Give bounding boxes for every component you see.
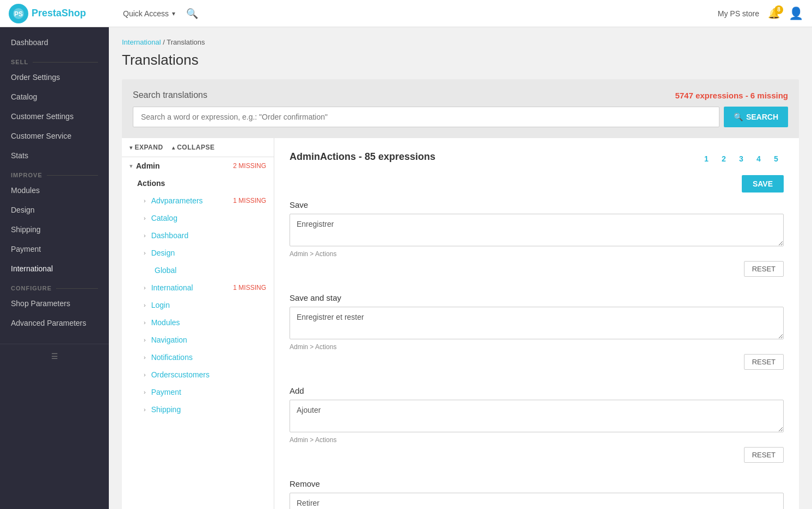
- tree-node-payment[interactable]: › Payment: [122, 383, 274, 401]
- tree-node-orderscustomers[interactable]: › Orderscustomers: [122, 366, 274, 383]
- sidebar-item-design[interactable]: Design: [0, 200, 109, 220]
- user-icon: 👤: [789, 7, 803, 20]
- chevron-right-icon: ›: [144, 406, 146, 413]
- logo-area: PS PrestaShop: [9, 4, 118, 23]
- sidebar-item-shop-parameters[interactable]: Shop Parameters: [0, 294, 109, 313]
- section-title: AdminActions - 85 expressions: [290, 151, 435, 163]
- tree-node-admin-root[interactable]: ▾ Admin 2 MISSING: [122, 157, 274, 175]
- translation-input-2[interactable]: Ajouter: [290, 400, 784, 432]
- root-missing-badge: 2 MISSING: [233, 162, 266, 170]
- tree-item-label: International: [151, 283, 193, 292]
- reset-button-2[interactable]: RESET: [744, 447, 784, 463]
- search-title: Search translations: [133, 90, 207, 100]
- tree-item-label: Advparameters: [151, 196, 203, 205]
- expressions-count: 5747 expressions - 6 missing: [675, 91, 788, 100]
- translation-items: Save Enregistrer Admin > Actions RESET S…: [290, 200, 784, 509]
- chevron-right-icon: ›: [144, 354, 146, 361]
- tree-node-actions[interactable]: Actions: [122, 175, 274, 192]
- breadcrumb-current: Translations: [167, 38, 205, 46]
- sidebar-item-advanced-parameters[interactable]: Advanced Parameters: [0, 313, 109, 333]
- chevron-right-icon: ›: [144, 319, 146, 326]
- sidebar-collapse-button[interactable]: ☰: [0, 344, 109, 368]
- chevron-right-icon: ›: [144, 389, 146, 395]
- tree-node-international[interactable]: › International 1 MISSING: [122, 279, 274, 296]
- translation-label: Remove: [290, 479, 784, 488]
- translation-path: Admin > Actions: [290, 343, 784, 351]
- sidebar-item-dashboard[interactable]: Dashboard: [0, 33, 109, 52]
- sidebar-item-international[interactable]: International: [0, 259, 109, 278]
- page-btn-4[interactable]: 4: [751, 151, 766, 166]
- translation-input-1[interactable]: Enregistrer et rester: [290, 307, 784, 339]
- tree-item-label: Payment: [151, 388, 181, 396]
- quick-access-button[interactable]: Quick Access ▾: [118, 6, 181, 21]
- notifications-button[interactable]: 🔔 8: [768, 8, 780, 20]
- sidebar-item-shipping[interactable]: Shipping: [0, 220, 109, 239]
- tree-items-container: › Advparameters 1 MISSING › Catalog › Da…: [122, 192, 274, 418]
- tree-node-notifications[interactable]: › Notifications: [122, 349, 274, 366]
- translation-input-0[interactable]: Enregistrer: [290, 214, 784, 246]
- page-btn-5[interactable]: 5: [768, 151, 784, 166]
- sidebar-section-sell: SELL: [0, 52, 109, 67]
- page-btn-2[interactable]: 2: [716, 151, 731, 166]
- search-button[interactable]: 🔍 SEARCH: [724, 107, 788, 127]
- tree-node-modules[interactable]: › Modules: [122, 314, 274, 331]
- translation-path: Admin > Actions: [290, 436, 784, 444]
- main-layout: Dashboard SELL Order Settings Catalog Cu…: [0, 27, 812, 509]
- tree-item-label: Login: [151, 301, 170, 309]
- chevron-right-icon: ›: [144, 284, 146, 291]
- tree-node-advparameters[interactable]: › Advparameters 1 MISSING: [122, 192, 274, 209]
- tree-node-login[interactable]: › Login: [122, 296, 274, 314]
- sidebar-item-customer-service[interactable]: Customer Service: [0, 126, 109, 146]
- chevron-right-icon: ›: [144, 337, 146, 343]
- user-menu-button[interactable]: 👤: [789, 7, 803, 21]
- right-panel-header: AdminActions - 85 expressions 12345: [290, 151, 784, 166]
- sidebar-item-customer-settings[interactable]: Customer Settings: [0, 107, 109, 126]
- tree-node-design[interactable]: › Design: [122, 244, 274, 262]
- tree-node-shipping[interactable]: › Shipping: [122, 401, 274, 418]
- sidebar-item-catalog[interactable]: Catalog: [0, 87, 109, 107]
- missing-badge: 1 MISSING: [233, 197, 266, 204]
- search-input[interactable]: [133, 107, 719, 127]
- chevron-right-icon: ›: [144, 302, 146, 308]
- chevron-right-icon: ›: [144, 232, 146, 239]
- search-icon: 🔍: [186, 8, 198, 19]
- tree-item-label: Modules: [151, 318, 180, 327]
- translation-label: Save: [290, 200, 784, 209]
- sidebar-item-order-settings[interactable]: Order Settings: [0, 67, 109, 87]
- save-all-button[interactable]: SAVE: [742, 175, 784, 193]
- tree-node-dashboard[interactable]: › Dashboard: [122, 227, 274, 244]
- reset-button-0[interactable]: RESET: [744, 261, 784, 277]
- top-nav: PS PrestaShop Quick Access ▾ 🔍 My PS sto…: [0, 0, 812, 27]
- translation-input-3[interactable]: Retirer: [290, 493, 784, 509]
- tree-panel: ▾ EXPAND ▴ COLLAPSE ▾ Admin 2 MISSING: [122, 138, 274, 509]
- tree-node-global[interactable]: Global: [122, 262, 274, 279]
- chevron-up-icon: ▴: [172, 145, 175, 151]
- reset-button-1[interactable]: RESET: [744, 354, 784, 370]
- collapse-label: COLLAPSE: [177, 144, 214, 151]
- page-btn-1[interactable]: 1: [699, 151, 714, 166]
- tree-toolbar: ▾ EXPAND ▴ COLLAPSE: [122, 138, 274, 157]
- pagination: 12345: [699, 151, 784, 166]
- sidebar: Dashboard SELL Order Settings Catalog Cu…: [0, 27, 109, 509]
- sidebar-section-improve: IMPROVE: [0, 165, 109, 181]
- sidebar-item-modules[interactable]: Modules: [0, 181, 109, 200]
- tree-node-navigation[interactable]: › Navigation: [122, 331, 274, 349]
- collapse-button[interactable]: ▴ COLLAPSE: [172, 144, 215, 151]
- missing-count: 6 missing: [751, 91, 788, 100]
- tree-item-label: Orderscustomers: [151, 370, 210, 379]
- sidebar-item-stats[interactable]: Stats: [0, 146, 109, 165]
- expand-button[interactable]: ▾ EXPAND: [130, 144, 163, 151]
- tree-item-label: Dashboard: [151, 231, 189, 240]
- expand-label: EXPAND: [135, 144, 163, 151]
- global-search-button[interactable]: 🔍: [183, 4, 201, 23]
- logo-text: PrestaShop: [32, 8, 86, 19]
- quick-access-label: Quick Access: [123, 9, 169, 18]
- chevron-right-icon: ›: [144, 197, 146, 204]
- sidebar-item-payment[interactable]: Payment: [0, 239, 109, 259]
- tree-node-catalog[interactable]: › Catalog: [122, 209, 274, 227]
- hamburger-icon: ☰: [51, 352, 58, 361]
- page-btn-3[interactable]: 3: [734, 151, 749, 166]
- tree-root-label: Admin: [136, 162, 160, 170]
- breadcrumb-parent[interactable]: International: [122, 38, 161, 46]
- translation-item-1: Save and stay Enregistrer et rester Admi…: [290, 293, 784, 375]
